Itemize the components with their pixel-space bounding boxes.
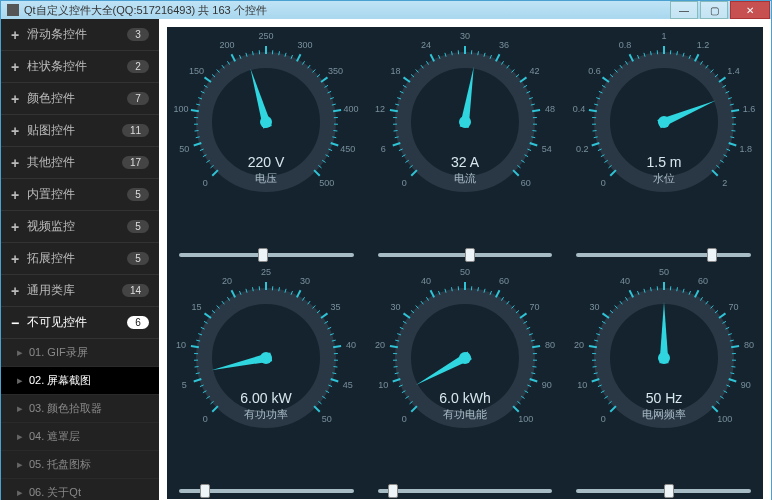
- slider-thumb[interactable]: [258, 248, 268, 262]
- slider-thumb[interactable]: [388, 484, 398, 498]
- sidebar-group[interactable]: +贴图控件11: [1, 115, 159, 147]
- svg-line-339: [602, 313, 608, 318]
- svg-line-65: [411, 170, 417, 176]
- count-badge: 17: [122, 156, 149, 169]
- svg-text:350: 350: [328, 66, 343, 76]
- sidebar-group[interactable]: +视频监控5: [1, 211, 159, 243]
- svg-line-19: [205, 77, 211, 82]
- gauge-title: 水位: [653, 172, 675, 184]
- gauge-slider[interactable]: [576, 253, 751, 257]
- sidebar-subitem[interactable]: ▸02. 屏幕截图: [1, 367, 159, 395]
- svg-line-113: [532, 110, 540, 111]
- sidebar-group[interactable]: +颜色控件7: [1, 83, 159, 115]
- svg-text:150: 150: [189, 66, 204, 76]
- gauge-slider[interactable]: [179, 253, 354, 257]
- svg-line-235: [321, 313, 327, 318]
- gauge-slider[interactable]: [576, 489, 751, 493]
- gauge-title: 电网频率: [642, 408, 686, 420]
- svg-line-1: [213, 170, 219, 176]
- count-badge: 11: [122, 124, 149, 137]
- count-badge: 5: [127, 220, 149, 233]
- chevron-right-icon: ▸: [17, 458, 23, 471]
- count-badge: 3: [127, 28, 149, 41]
- gauge: 05101520253035404550 6.00 kW 有功功率: [171, 263, 361, 453]
- sidebar-subitem-label: 01. GIF录屏: [29, 346, 88, 358]
- svg-text:30: 30: [460, 31, 470, 41]
- expand-icon: +: [11, 156, 19, 170]
- svg-text:90: 90: [542, 380, 552, 390]
- svg-text:20: 20: [574, 340, 584, 350]
- sidebar-subitem-label: 04. 遮罩层: [29, 430, 80, 442]
- svg-line-317: [513, 406, 519, 412]
- svg-text:90: 90: [740, 380, 750, 390]
- svg-text:15: 15: [192, 302, 202, 312]
- svg-text:25: 25: [261, 267, 271, 277]
- svg-text:300: 300: [298, 40, 313, 50]
- sidebar-subitem[interactable]: ▸06. 关于Qt: [1, 479, 159, 500]
- svg-line-333: [589, 346, 597, 347]
- svg-text:6: 6: [381, 144, 386, 154]
- maximize-button[interactable]: ▢: [700, 1, 728, 19]
- gauge-slider[interactable]: [378, 253, 553, 257]
- svg-text:50: 50: [180, 144, 190, 154]
- count-badge: 14: [122, 284, 149, 297]
- sidebar-group[interactable]: +拓展控件5: [1, 243, 159, 275]
- close-button[interactable]: ✕: [730, 1, 770, 19]
- svg-text:0.2: 0.2: [576, 144, 589, 154]
- slider-thumb[interactable]: [200, 484, 210, 498]
- expand-icon: +: [11, 220, 19, 234]
- svg-line-363: [719, 313, 725, 318]
- titlebar[interactable]: Qt自定义控件大全(QQ:517216493) 共 163 个控件 — ▢ ✕: [1, 1, 771, 19]
- svg-line-61: [314, 170, 320, 176]
- slider-thumb[interactable]: [707, 248, 717, 262]
- minimize-button[interactable]: —: [670, 1, 698, 19]
- svg-line-253: [314, 406, 320, 412]
- gauge-title: 电流: [454, 172, 476, 184]
- svg-line-299: [520, 313, 526, 318]
- slider-thumb[interactable]: [664, 484, 674, 498]
- gauge: 06121824303642485460 32 A 电流: [370, 27, 560, 217]
- gauge-slider[interactable]: [179, 489, 354, 493]
- svg-line-257: [411, 406, 417, 412]
- svg-text:50: 50: [460, 267, 470, 277]
- sidebar-subitem-label: 05. 托盘图标: [29, 458, 91, 470]
- gauge-cell: 06121824303642485460 32 A 电流: [366, 27, 565, 263]
- sidebar-group[interactable]: +通用类库14: [1, 275, 159, 307]
- count-badge: 7: [127, 92, 149, 105]
- svg-line-266: [394, 367, 398, 368]
- app-icon: [7, 4, 19, 16]
- sidebar-group[interactable]: +内置控件5: [1, 179, 159, 211]
- slider-thumb[interactable]: [465, 248, 475, 262]
- sidebar: +滑动条控件3+柱状条控件2+颜色控件7+贴图控件11+其他控件17+内置控件5…: [1, 19, 159, 500]
- svg-text:100: 100: [174, 104, 189, 114]
- svg-text:60: 60: [698, 276, 708, 286]
- sidebar-subitem[interactable]: ▸05. 托盘图标: [1, 451, 159, 479]
- sidebar-subitem[interactable]: ▸01. GIF录屏: [1, 339, 159, 367]
- svg-text:70: 70: [728, 302, 738, 312]
- gauge-title: 有功功率: [244, 408, 288, 420]
- sidebar-subitem[interactable]: ▸04. 遮罩层: [1, 423, 159, 451]
- gauge-slider[interactable]: [378, 489, 553, 493]
- svg-line-211: [205, 313, 211, 318]
- sidebar-group[interactable]: +柱状条控件2: [1, 51, 159, 83]
- svg-text:1.6: 1.6: [742, 104, 755, 114]
- count-badge: 5: [127, 252, 149, 265]
- gauge-value: 32 A: [451, 154, 480, 170]
- svg-text:1: 1: [661, 31, 666, 41]
- sidebar-subitem[interactable]: ▸03. 颜色拾取器: [1, 395, 159, 423]
- sidebar-group[interactable]: +滑动条控件3: [1, 19, 159, 51]
- sidebar-group-label: 视频监控: [27, 218, 75, 235]
- svg-text:36: 36: [499, 40, 509, 50]
- chevron-right-icon: ▸: [17, 486, 23, 499]
- svg-text:100: 100: [518, 414, 533, 424]
- svg-text:10: 10: [176, 340, 186, 350]
- svg-line-43: [321, 77, 327, 82]
- svg-text:1.2: 1.2: [696, 40, 709, 50]
- count-badge: 2: [127, 60, 149, 73]
- svg-text:40: 40: [620, 276, 630, 286]
- sidebar-group-expanded[interactable]: −不可见控件6: [1, 307, 159, 339]
- gauge-panel: 050100150200250300350400450500 220 V 电压 …: [167, 27, 763, 499]
- svg-point-383: [658, 352, 670, 364]
- sidebar-group[interactable]: +其他控件17: [1, 147, 159, 179]
- svg-text:0: 0: [402, 178, 407, 188]
